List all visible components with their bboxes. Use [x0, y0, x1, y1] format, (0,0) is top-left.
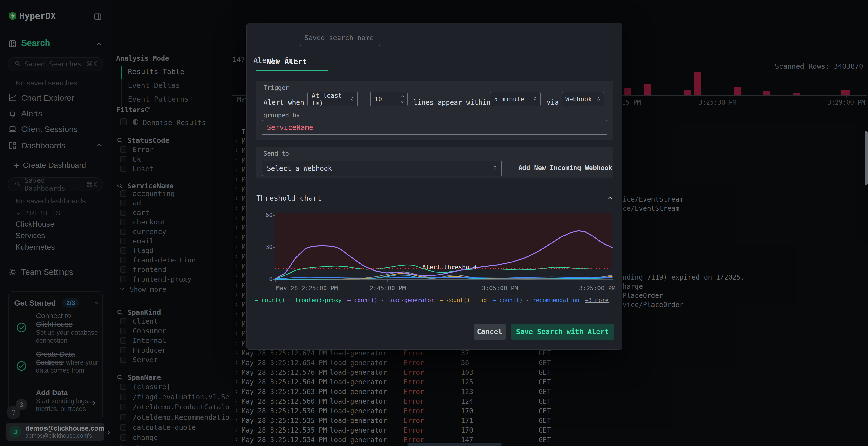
x-axis-label: 3:25:00 PM [579, 285, 616, 291]
channel-value: Webhook [565, 96, 592, 103]
add-webhook-link[interactable]: Add New Incoming Webhook [518, 164, 613, 171]
webhook-select-value: Select a Webhook [267, 165, 332, 172]
alert-when-label: Alert when [264, 95, 304, 110]
chevron-updown-icon [532, 96, 538, 103]
alert-zone [275, 213, 612, 269]
time-window-value: 5 minute [494, 96, 524, 103]
send-to-card: Send to Select a Webhook Add New Incomin… [255, 147, 613, 178]
legend-more-toggle[interactable]: +3 more [585, 297, 609, 303]
modal-footer-divider [247, 316, 622, 316]
tab-plus-icon: + [255, 58, 260, 66]
saved-search-name-input[interactable]: Saved search name [300, 30, 380, 46]
threshold-number-input[interactable]: 10 [370, 92, 408, 106]
operator-value: At least (≥) [312, 92, 349, 106]
grouped-by-label: grouped by [264, 112, 300, 119]
y-axis-label: 60 [256, 211, 273, 218]
lines-appear-label: lines appear within [413, 95, 490, 110]
alert-modal: Alerts for Saved search name . + New Ale… [246, 23, 622, 350]
saved-search-name-placeholder: Saved search name [305, 34, 374, 42]
webhook-select[interactable]: Select a Webhook [261, 161, 502, 176]
chevron-updown-icon [595, 96, 602, 103]
x-axis-label: 3:05:00 PM [482, 285, 518, 291]
tab-active-indicator [255, 70, 328, 71]
tab-new-alert[interactable]: New Alert [267, 57, 307, 66]
grouped-by-value: ServiceName [267, 123, 313, 132]
grouped-by-input[interactable]: ServiceName [261, 120, 607, 135]
x-axis-label: 2:45:00 PM [370, 285, 406, 291]
collapse-chevron-icon[interactable] [607, 195, 614, 203]
x-axis-label: May 28 2:25:00 PM [276, 285, 338, 291]
send-to-label: Send to [264, 150, 289, 157]
channel-select[interactable]: Webhook [562, 92, 604, 106]
text-cursor [383, 95, 383, 103]
chevron-updown-icon [492, 165, 498, 172]
via-label: via [547, 95, 559, 110]
threshold-chart-title: Threshold chart [256, 194, 322, 202]
legend-item[interactable]: — count() · ad [440, 297, 487, 303]
legend-item[interactable]: — count() · load-generator [347, 297, 434, 303]
chart-legend: — count() · frontend-proxy— count() · lo… [255, 297, 614, 303]
number-stepper[interactable] [398, 93, 407, 106]
app-root: HyperDX Search Saved Searches ⌘K No save… [0, 0, 868, 446]
chevron-updown-icon [349, 96, 355, 103]
trigger-card: Trigger Alert when At least (≥) 10 lines… [255, 81, 613, 140]
y-axis-label: 30 [256, 243, 273, 250]
operator-select[interactable]: At least (≥) [307, 92, 358, 106]
trigger-section-label: Trigger [264, 84, 289, 91]
time-window-select[interactable]: 5 minute [490, 92, 540, 106]
y-axis-label: 0 [256, 275, 273, 282]
alert-threshold-label: Alert Threshold [422, 264, 477, 271]
legend-item[interactable]: — count() · recommendation [493, 297, 579, 303]
save-search-with-alert-button[interactable]: Save Search with Alert [511, 324, 614, 340]
cancel-button[interactable]: Cancel [473, 324, 506, 340]
legend-item[interactable]: — count() · frontend-proxy [255, 297, 342, 303]
threshold-value: 10 [374, 96, 382, 103]
cancel-label: Cancel [477, 328, 502, 336]
save-label: Save Search with Alert [516, 328, 609, 336]
